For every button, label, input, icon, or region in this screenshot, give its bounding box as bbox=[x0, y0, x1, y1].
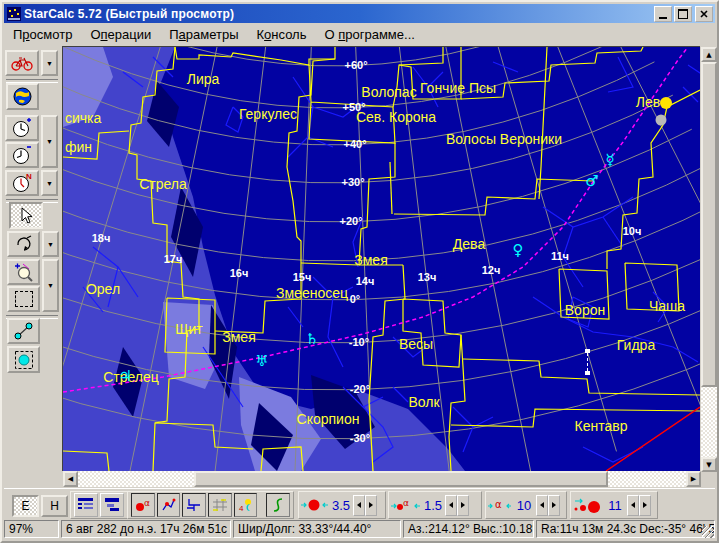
minimize-icon bbox=[659, 9, 667, 19]
star-size-control: 3.5 bbox=[298, 491, 386, 519]
select-object-button[interactable] bbox=[7, 346, 40, 373]
measure-distance-button[interactable] bbox=[7, 318, 40, 344]
time-minus-button[interactable] bbox=[5, 142, 39, 168]
title-bar[interactable]: StarCalc 5.72 (Быстрый просмотр) bbox=[4, 4, 715, 23]
chevron-down-icon: ▼ bbox=[46, 138, 53, 145]
vscroll-thumb[interactable] bbox=[701, 62, 717, 387]
time-plus-button[interactable] bbox=[5, 115, 39, 141]
radec-value: Ra:11ч 13м 24.3с Dec:-35° 46' 50'' bbox=[541, 522, 715, 536]
label-magnitude-value: 10 bbox=[512, 498, 536, 513]
location-globe-button[interactable] bbox=[6, 83, 39, 110]
close-button[interactable] bbox=[695, 6, 713, 22]
datetime-panel: 6 авг 282 до н.э. 17ч 26м 51с bbox=[61, 520, 231, 538]
selected-object-marker bbox=[583, 349, 591, 375]
figures-icon bbox=[161, 498, 177, 512]
constellation-figures-button[interactable] bbox=[157, 493, 181, 517]
chevron-down-icon: ▼ bbox=[47, 282, 54, 289]
animation-speed-button[interactable] bbox=[5, 50, 39, 76]
label-magnitude-control: α 10 bbox=[485, 491, 567, 519]
maximize-icon bbox=[678, 9, 688, 19]
label-size-control: α 1.5 bbox=[388, 491, 482, 519]
limit-magnitude-control: 11 bbox=[570, 491, 658, 519]
solar-system-objects-button[interactable]: 4 bbox=[234, 493, 258, 517]
menu-item-2[interactable]: Параметры bbox=[160, 25, 247, 44]
limit-magnitude-increase[interactable] bbox=[639, 495, 651, 516]
scroll-left-button[interactable]: ◀ bbox=[63, 471, 78, 487]
hscroll-thumb[interactable] bbox=[194, 471, 608, 487]
datetime-value: 6 авг 282 до н.э. 17ч 26м 51с bbox=[66, 522, 227, 536]
zoom-dropdown[interactable]: ▼ bbox=[42, 259, 59, 312]
clock-plus-icon bbox=[12, 118, 32, 138]
bounds-icon bbox=[186, 498, 202, 512]
rotate-view-button[interactable] bbox=[7, 231, 40, 257]
menu-item-4[interactable]: О программе... bbox=[315, 25, 423, 44]
time-now-button[interactable]: N bbox=[5, 170, 39, 196]
animation-speed-dropdown[interactable]: ▼ bbox=[41, 50, 58, 76]
menu-item-1[interactable]: Операции bbox=[81, 25, 160, 44]
star-size-increase[interactable] bbox=[365, 495, 377, 516]
time-step-dropdown[interactable]: ▼ bbox=[41, 115, 58, 168]
svg-text:4: 4 bbox=[239, 504, 244, 512]
sun-marker[interactable] bbox=[660, 97, 672, 109]
left-arrow-icon bbox=[449, 502, 453, 508]
scroll-up-button[interactable]: ▲ bbox=[701, 47, 717, 62]
constellation-bounds-button[interactable] bbox=[182, 493, 206, 517]
dashed-rect-icon bbox=[15, 291, 33, 307]
label-mag-icon: α bbox=[488, 498, 512, 512]
azalt-panel: Аз.:214.12° Выс.:10.18° bbox=[403, 520, 534, 538]
limit-magnitude-decrease[interactable] bbox=[627, 495, 639, 516]
resize-grip[interactable] bbox=[702, 526, 714, 538]
sun-moon-icon: 4 bbox=[238, 498, 254, 512]
label-size-increase[interactable] bbox=[457, 495, 469, 516]
label-magnitude-increase[interactable] bbox=[548, 495, 560, 516]
star-size-decrease[interactable] bbox=[353, 495, 365, 516]
right-arrow-icon bbox=[461, 502, 465, 508]
horizontal-mode-button[interactable]: H bbox=[41, 495, 68, 517]
moon-marker[interactable] bbox=[656, 115, 667, 126]
select-area-button[interactable] bbox=[7, 286, 40, 312]
time-now-dropdown[interactable]: ▼ bbox=[41, 170, 58, 196]
close-icon bbox=[700, 10, 708, 18]
star-names-button[interactable]: α bbox=[131, 493, 155, 517]
minimize-button[interactable] bbox=[654, 6, 672, 22]
object-table-button[interactable] bbox=[74, 493, 98, 517]
star-map-graphics bbox=[63, 47, 700, 471]
bicycle-icon bbox=[11, 55, 33, 71]
menu-item-3[interactable]: Консоль bbox=[248, 25, 316, 44]
maximize-button[interactable] bbox=[674, 6, 692, 22]
latlon-panel: Шир/Долг: 33.33°/44.40° bbox=[233, 520, 401, 538]
rotate-dropdown[interactable]: ▼ bbox=[42, 231, 59, 257]
svg-text:α: α bbox=[403, 498, 409, 508]
scroll-right-button[interactable]: ▶ bbox=[686, 471, 701, 487]
zoom-percent: 97% bbox=[9, 522, 33, 536]
star-map[interactable]: ЛираГеркулессичкафинСтрелаОрелЩитЗмеяСтр… bbox=[62, 46, 700, 471]
equatorial-mode-button[interactable]: E bbox=[12, 495, 39, 517]
table-icon bbox=[78, 498, 94, 512]
label-magnitude-decrease[interactable] bbox=[536, 495, 548, 516]
clock-now-icon: N bbox=[12, 173, 32, 193]
label-size-decrease[interactable] bbox=[445, 495, 457, 516]
svg-text:α: α bbox=[144, 498, 150, 508]
right-arrow-icon bbox=[369, 502, 373, 508]
globe-icon bbox=[13, 87, 32, 106]
pointer-tool-button[interactable] bbox=[9, 202, 43, 229]
left-arrow-icon bbox=[357, 502, 361, 508]
object-selection-icon bbox=[14, 350, 34, 370]
left-toolbar: ▼ ▼ bbox=[4, 46, 62, 539]
latlon-value: Шир/Долг: 33.33°/44.40° bbox=[238, 522, 371, 536]
menu-item-0[interactable]: Просмотр bbox=[4, 25, 81, 44]
zoom-tool-button[interactable] bbox=[7, 259, 40, 285]
object-panel-button[interactable] bbox=[100, 493, 124, 517]
clock-minus-icon bbox=[12, 145, 32, 165]
coordinate-grid-button[interactable] bbox=[208, 493, 232, 517]
status-bar: 97% 6 авг 282 до н.э. 17ч 26м 51с Шир/До… bbox=[4, 519, 715, 539]
panel-icon bbox=[104, 498, 120, 512]
ecliptic-line-button[interactable] bbox=[266, 493, 290, 517]
azalt-value: Аз.:214.12° Выс.:10.18° bbox=[408, 522, 534, 536]
right-arrow-icon bbox=[552, 502, 556, 508]
chevron-down-icon: ▼ bbox=[47, 241, 54, 248]
scroll-down-button[interactable]: ▼ bbox=[701, 457, 717, 472]
window-title: StarCalc 5.72 (Быстрый просмотр) bbox=[24, 7, 652, 21]
display-options-group: α bbox=[127, 491, 294, 519]
magnifier-icon bbox=[14, 263, 33, 282]
